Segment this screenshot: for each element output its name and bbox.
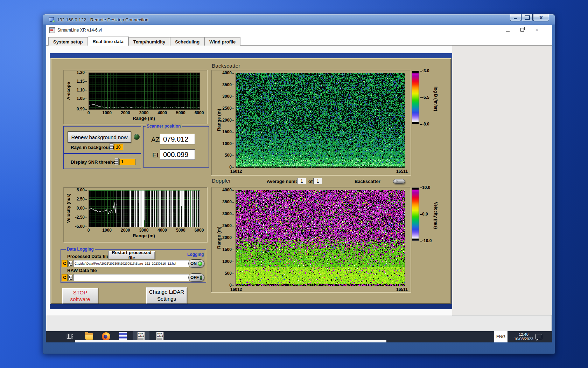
notification-center-icon[interactable]: [536, 334, 542, 339]
backscatter-toggle-switch[interactable]: [393, 179, 405, 184]
tick-label: 4000: [158, 110, 167, 115]
rays-value-field[interactable]: 10: [114, 144, 123, 150]
app-restore-button[interactable]: [519, 27, 525, 33]
backscatter-graph: Range (m) 400035003000250020001500100050…: [211, 70, 411, 176]
remote-session-area: StreamLine XR v14-6.vi ✕ System setupRea…: [46, 25, 552, 342]
tick-label: -3.0: [420, 68, 429, 73]
doppler-colorbar-axis-label: Velocity (m/s): [433, 188, 439, 244]
raw-logging-off-toggle[interactable]: OFF: [188, 273, 204, 282]
tab-scheduling[interactable]: Scheduling: [170, 37, 204, 47]
snr-value-field[interactable]: 1: [119, 159, 135, 165]
labview-vi-icon: [49, 27, 55, 33]
scanner-position-title: Scanner position: [146, 124, 182, 129]
clock-date: 16/08/2023: [514, 337, 533, 341]
content-background-strip: [46, 309, 452, 315]
tick-label: -5.5: [420, 95, 429, 100]
app-minimize-button[interactable]: [505, 27, 510, 33]
tab-strip: System setupReal time dataTemp/humidityS…: [46, 35, 552, 46]
tick-label: 3000: [139, 228, 149, 233]
app-titlebar[interactable]: StreamLine XR v14-6.vi ✕: [46, 25, 552, 35]
tab-page-real-time-data: A-scope 1.201.151.101.050.99 01000200030…: [46, 46, 552, 315]
backscatter-title: Backscatter: [212, 63, 240, 69]
processed-path-field[interactable]: C:\Lidar\Data\Proc\2023\202308\20230816\…: [73, 260, 189, 267]
tab-real-time-data[interactable]: Real time data: [88, 36, 128, 46]
tick-label: 10.0: [420, 185, 430, 190]
front-panel: A-scope 1.201.151.101.050.99 01000200030…: [50, 58, 451, 304]
processed-path-drive-box[interactable]: C: [62, 260, 68, 267]
snr-threshold-box: Display SNR threshold 1: [63, 154, 141, 169]
tick-label: 0.99: [77, 107, 87, 111]
remote-desktop-icon: [49, 17, 55, 22]
backscatter-colorbar: [412, 71, 419, 124]
scanner-position-box: Scanner position AZ 079.012 EL 000.099: [143, 126, 209, 168]
minimize-icon: [514, 18, 517, 19]
tick-label: 2.50: [77, 197, 87, 202]
ascope-ylabel: A-scope: [65, 73, 72, 109]
change-lidar-settings-button[interactable]: Change LiDAR Settings: [146, 287, 187, 304]
ascope-graph: A-scope 1.201.151.101.050.99 01000200030…: [63, 70, 208, 124]
snr-spinner[interactable]: [115, 158, 119, 165]
velocity-graph: Velocity (m/s) 5.002.500.00-2.50-5.00 01…: [63, 187, 208, 243]
stop-button-line2: software: [70, 296, 90, 302]
change-button-line2: Settings: [157, 295, 176, 302]
taskbar-task-view-button[interactable]: [64, 331, 76, 342]
velocity-ylabel: Velocity (m/s): [65, 190, 72, 226]
tick-label: 1.10: [77, 87, 87, 92]
restore-icon: [520, 28, 524, 32]
backscatter-colorbar-axis-label: log B (/m/sr): [433, 71, 439, 127]
tick-label: 0: [88, 228, 90, 233]
rays-in-background-label: Rays in background: [71, 145, 114, 150]
tab-system-setup[interactable]: System setup: [48, 37, 88, 47]
tick-label: 1000: [102, 110, 112, 115]
schedule-document-icon: [119, 332, 127, 341]
doppler-yticks: 40003500300025002000150010005000: [221, 190, 234, 285]
rays-spinner[interactable]: [110, 143, 113, 150]
tick-label: 1000: [222, 141, 234, 146]
tick-label: 1000: [102, 228, 112, 233]
language-indicator[interactable]: ENG: [494, 331, 507, 342]
app-close-button[interactable]: ✕: [534, 27, 540, 33]
ascope-plot: [89, 73, 200, 110]
rdp-titlebar[interactable]: 192.168.0.122 - Remote Desktop Connectio…: [43, 14, 555, 25]
rdp-window-title: 192.168.0.122 - Remote Desktop Connectio…: [57, 17, 148, 22]
tick-label: 6000: [195, 110, 204, 115]
minimize-icon: [506, 31, 510, 32]
tick-label: 1.15: [77, 79, 87, 83]
rdp-maximize-button: [522, 14, 533, 21]
maximize-icon: [525, 15, 530, 20]
tick-label: 2000: [121, 110, 130, 115]
tab-wind-profile[interactable]: Wind profile: [204, 37, 240, 47]
tick-label: 3500: [222, 199, 234, 204]
tick-label: 0: [88, 110, 90, 115]
tick-label: 5.00: [77, 188, 87, 192]
raw-path-field[interactable]: [73, 274, 189, 281]
tab-temp-humidity[interactable]: Temp/humidity: [128, 37, 170, 47]
processed-logging-on-toggle[interactable]: ON: [188, 259, 204, 268]
rdp-close-button[interactable]: X: [533, 14, 549, 21]
path-browse-icon[interactable]: [68, 261, 72, 266]
el-label: EL: [152, 151, 160, 159]
backscatter-plot: [236, 73, 405, 168]
average-number-field[interactable]: 1: [297, 178, 306, 184]
stop-software-button[interactable]: STOP software: [62, 288, 98, 304]
streamline-app-window: StreamLine XR v14-6.vi ✕ System setupRea…: [46, 25, 552, 315]
backscatter-xticks: 16012 16511: [236, 169, 404, 174]
off-label: OFF: [190, 275, 199, 280]
taskbar-clock[interactable]: 12:40 16/08/2023: [507, 331, 540, 342]
tick-label: 3500: [222, 82, 234, 87]
tick-label: -5.00: [75, 224, 87, 229]
tick-label: 4000: [158, 228, 167, 233]
front-panel-frame: A-scope 1.201.151.101.050.99 01000200030…: [50, 53, 452, 309]
average-total-field[interactable]: 1: [313, 178, 322, 184]
processed-data-file-label: Processed Data file: [67, 254, 109, 259]
restart-processed-file-button[interactable]: Restart processed file: [108, 251, 155, 259]
tick-label: 0.00: [77, 206, 87, 211]
path-browse-icon[interactable]: [68, 275, 72, 280]
renew-background-button[interactable]: Renew background now: [68, 131, 131, 143]
on-label: ON: [190, 261, 197, 266]
background-controls-box: Renew background now Rays in background …: [63, 126, 141, 154]
background-window-sliver: [75, 340, 386, 342]
raw-path-drive-box[interactable]: C: [62, 274, 68, 281]
rdp-minimize-button[interactable]: [510, 14, 521, 21]
tick-label: 4000: [222, 70, 234, 75]
